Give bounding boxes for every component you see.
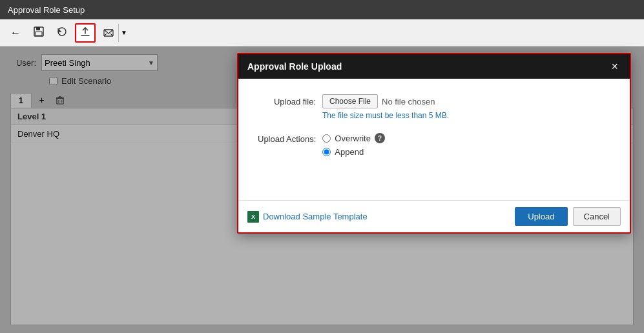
email-split-button[interactable]: ▼ — [98, 23, 130, 43]
overwrite-radio[interactable] — [322, 134, 331, 143]
save-icon — [33, 26, 45, 40]
upload-file-controls: Choose File No file chosen The file size… — [322, 94, 449, 120]
modal-header: Approval Role Upload × — [238, 54, 630, 79]
upload-actions-controls: Overwrite ? Append — [322, 133, 385, 157]
upload-submit-button[interactable]: Upload — [515, 207, 567, 226]
main-area: User: Preeti Singh ▼ Edit Scenario 1 + — [0, 46, 644, 333]
no-file-text: No file chosen — [382, 97, 435, 106]
upload-file-label: Upload file: — [258, 94, 316, 106]
svg-rect-2 — [36, 32, 42, 35]
upload-actions-row: Upload Actions: Overwrite ? Append — [258, 133, 610, 157]
upload-icon — [79, 26, 91, 40]
email-dropdown-arrow: ▼ — [118, 24, 129, 42]
append-radio[interactable] — [322, 148, 331, 156]
upload-file-input-row: Choose File No file chosen — [322, 94, 449, 108]
download-template-link[interactable]: X Download Sample Template — [247, 211, 368, 223]
excel-icon: X — [247, 211, 259, 223]
back-icon: ← — [10, 27, 21, 39]
overwrite-radio-row: Overwrite ? — [322, 133, 385, 143]
upload-file-row: Upload file: Choose File No file chosen … — [258, 94, 610, 120]
cancel-button[interactable]: Cancel — [573, 207, 621, 226]
upload-actions-label: Upload Actions: — [258, 133, 316, 144]
help-icon[interactable]: ? — [375, 133, 385, 143]
append-label[interactable]: Append — [335, 147, 364, 157]
back-button[interactable]: ← — [5, 23, 26, 43]
refresh-icon — [56, 26, 68, 40]
email-icon — [99, 27, 118, 39]
save-button[interactable] — [28, 23, 49, 43]
refresh-button[interactable] — [52, 23, 72, 43]
title-bar: Approval Role Setup — [0, 0, 644, 19]
upload-button[interactable] — [75, 23, 96, 43]
footer-buttons: Upload Cancel — [515, 207, 621, 226]
choose-file-button[interactable]: Choose File — [322, 94, 378, 108]
modal-footer: X Download Sample Template Upload Cancel — [238, 200, 630, 232]
download-template-text: Download Sample Template — [263, 212, 368, 221]
file-size-hint: The file size must be less than 5 MB. — [322, 111, 449, 120]
toolbar: ← — [0, 19, 644, 46]
modal-title: Approval Role Upload — [247, 61, 342, 72]
approval-role-upload-modal: Approval Role Upload × Upload file: Choo… — [237, 53, 631, 234]
overwrite-label[interactable]: Overwrite — [335, 134, 371, 143]
append-radio-row: Append — [322, 147, 385, 157]
modal-overlay: Approval Role Upload × Upload file: Choo… — [0, 46, 644, 333]
modal-close-button[interactable]: × — [608, 61, 621, 72]
svg-rect-1 — [36, 27, 40, 30]
modal-body: Upload file: Choose File No file chosen … — [238, 79, 630, 200]
title-bar-label: Approval Role Setup — [8, 5, 85, 15]
